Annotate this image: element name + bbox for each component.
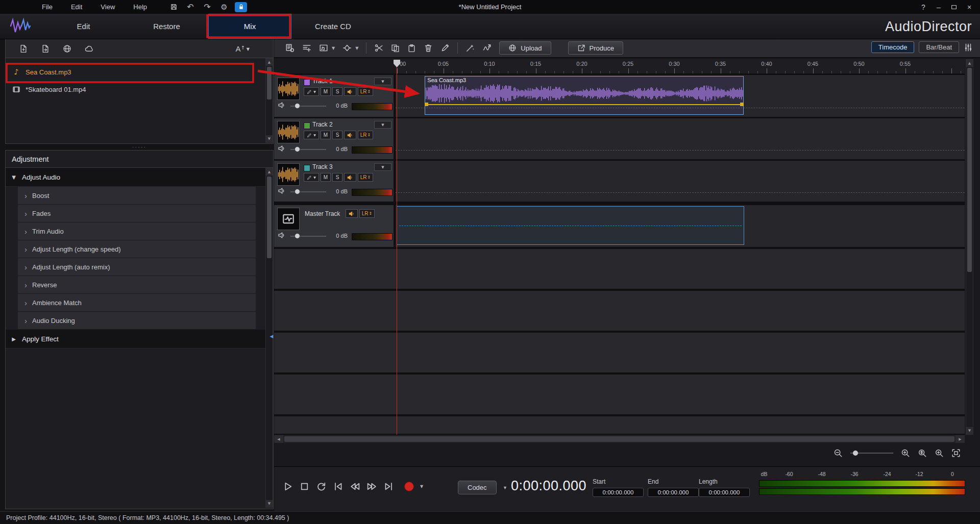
codec-dropdown-icon[interactable]: ▼ bbox=[503, 485, 507, 490]
adjust-item-adjust-length-auto-remix[interactable]: ›Adjust Length (auto remix) bbox=[18, 258, 256, 276]
track-lane[interactable] bbox=[396, 161, 965, 202]
stop-button[interactable] bbox=[299, 481, 310, 492]
adjustment-scrollbar-up-icon[interactable]: ▲ bbox=[266, 168, 273, 176]
vertical-zoom-out-icon[interactable] bbox=[935, 448, 944, 458]
library-scrollbar-down-icon[interactable]: ▼ bbox=[266, 135, 273, 142]
library-scrollbar-up-icon[interactable]: ▲ bbox=[266, 59, 273, 66]
volume-handle-right[interactable] bbox=[740, 103, 744, 106]
volume-handle-left[interactable] bbox=[425, 103, 428, 106]
mute-button[interactable]: M bbox=[321, 87, 331, 96]
track-options-dropdown[interactable]: ▼ bbox=[374, 121, 391, 129]
zoom-in-icon[interactable] bbox=[901, 448, 910, 458]
produce-button[interactable]: Produce bbox=[568, 41, 623, 55]
enhance-icon[interactable] bbox=[465, 43, 475, 53]
volume-slider[interactable] bbox=[290, 191, 326, 192]
adjustment-scrollbar-down-icon[interactable]: ▼ bbox=[266, 500, 273, 507]
volume-knob[interactable] bbox=[295, 146, 300, 152]
adjust-item-adjust-length-change-speed[interactable]: ›Adjust Length (change speed) bbox=[18, 240, 256, 258]
import-folder-icon[interactable] bbox=[41, 44, 50, 53]
add-track-icon[interactable] bbox=[302, 43, 311, 53]
panel-collapse-arrow-icon[interactable]: ◀ bbox=[269, 331, 274, 342]
track-options-dropdown[interactable]: ▼ bbox=[374, 163, 391, 171]
zoom-slider[interactable] bbox=[850, 453, 893, 454]
maximize-button[interactable] bbox=[946, 1, 962, 14]
fastforward-button[interactable] bbox=[366, 481, 377, 492]
volume-pen-button[interactable]: ▼ bbox=[304, 87, 319, 96]
hscroll-right-icon[interactable]: ▶ bbox=[955, 435, 965, 443]
mixer-panel-icon[interactable] bbox=[964, 43, 973, 52]
settings-gear-icon[interactable]: ⚙ bbox=[218, 2, 230, 12]
insert-audio-icon-dropdown[interactable]: ▼ bbox=[332, 46, 335, 51]
adjust-item-boost[interactable]: ›Boost bbox=[18, 187, 256, 205]
pan-lr-button[interactable]: LR↕ bbox=[358, 87, 373, 96]
master-track-lane[interactable] bbox=[396, 205, 965, 247]
menu-edit[interactable]: Edit bbox=[62, 0, 91, 14]
track-lane[interactable] bbox=[396, 118, 965, 159]
output-speaker-button[interactable] bbox=[344, 131, 356, 139]
file-item[interactable]: *Skateboard 01.mp4 bbox=[7, 82, 264, 97]
solo-button[interactable]: S bbox=[332, 87, 342, 96]
pan-lr-button[interactable]: LR↕ bbox=[358, 131, 373, 139]
track-options-dropdown[interactable]: ▼ bbox=[374, 78, 391, 85]
bar-beat-toggle[interactable]: Bar/Beat bbox=[919, 41, 959, 53]
adjust-item-trim-audio[interactable]: ›Trim Audio bbox=[18, 222, 256, 240]
tab-mix[interactable]: Mix bbox=[208, 14, 291, 39]
minimize-button[interactable]: – bbox=[931, 1, 946, 14]
master-pan-lr-button[interactable]: LR↕ bbox=[359, 209, 375, 218]
volume-knob[interactable] bbox=[295, 189, 300, 194]
lock-icon[interactable] bbox=[235, 2, 247, 12]
import-media-icon[interactable] bbox=[19, 44, 28, 53]
menu-view[interactable]: View bbox=[91, 0, 124, 14]
hscroll-track[interactable] bbox=[283, 435, 955, 443]
tab-create-cd[interactable]: Create CD bbox=[291, 14, 375, 39]
split-icon[interactable] bbox=[374, 43, 383, 53]
timeline-vscrollbar[interactable]: ▲▼ bbox=[966, 59, 973, 435]
mute-button[interactable]: M bbox=[321, 131, 331, 139]
codec-button[interactable]: Codec bbox=[458, 481, 497, 494]
time-field-value[interactable]: 0:00:00.000 bbox=[699, 488, 750, 497]
library-scrollbar-thumb[interactable] bbox=[267, 67, 272, 99]
delete-icon[interactable] bbox=[424, 43, 433, 53]
track-lane[interactable]: Sea Coast.mp3 bbox=[396, 75, 965, 117]
help-button[interactable]: ? bbox=[916, 1, 931, 14]
output-speaker-button[interactable] bbox=[344, 173, 356, 182]
vertical-zoom-in-icon[interactable] bbox=[918, 448, 927, 458]
volume-slider[interactable] bbox=[290, 149, 326, 150]
download-web-icon[interactable] bbox=[63, 44, 71, 53]
solo-button[interactable]: S bbox=[332, 131, 342, 139]
volume-slider[interactable] bbox=[290, 106, 326, 107]
keyframe-icon-dropdown[interactable]: ▼ bbox=[355, 46, 358, 51]
volume-slider[interactable] bbox=[290, 236, 326, 237]
play-button[interactable] bbox=[282, 481, 293, 492]
clip-properties-icon[interactable] bbox=[285, 43, 295, 53]
close-button[interactable]: × bbox=[962, 1, 977, 14]
upload-button[interactable]: Upload bbox=[499, 41, 551, 55]
record-dropdown-icon[interactable]: ▼ bbox=[420, 484, 423, 489]
text-sort-icon[interactable]: A↑▼ bbox=[235, 44, 250, 53]
undo-icon[interactable]: ↶ bbox=[184, 2, 197, 12]
adjust-item-audio-ducking[interactable]: ›Audio Ducking bbox=[18, 312, 256, 330]
volume-pen-button[interactable]: ▼ bbox=[304, 131, 319, 139]
zoom-out-icon[interactable] bbox=[834, 448, 843, 458]
pan-lr-button[interactable]: LR↕ bbox=[358, 173, 373, 182]
time-field-value[interactable]: 0:00:00.000 bbox=[648, 488, 699, 497]
insert-audio-icon[interactable] bbox=[319, 43, 328, 53]
zoom-knob[interactable] bbox=[853, 451, 858, 456]
paste-icon[interactable] bbox=[407, 44, 416, 53]
volume-knob[interactable] bbox=[295, 103, 300, 109]
skip-start-button[interactable] bbox=[333, 481, 344, 492]
record-button[interactable] bbox=[404, 482, 414, 491]
loop-button[interactable] bbox=[316, 481, 327, 492]
solo-button[interactable]: S bbox=[332, 173, 342, 182]
splitter-grip-icon[interactable]: ····· bbox=[5, 144, 274, 150]
save-icon[interactable] bbox=[167, 2, 180, 12]
copy-icon[interactable] bbox=[391, 44, 400, 53]
timeline-vscrollbar-up-icon[interactable]: ▲ bbox=[966, 60, 973, 67]
rewind-button[interactable] bbox=[350, 481, 360, 492]
timeline-vscrollbar-down-icon[interactable]: ▼ bbox=[966, 427, 973, 434]
normalize-icon[interactable] bbox=[482, 43, 492, 53]
menu-help[interactable]: Help bbox=[124, 0, 156, 14]
skip-end-button[interactable] bbox=[383, 481, 394, 492]
timeline-hscrollbar[interactable]: ◀▶ bbox=[274, 435, 965, 443]
adjust-item-reverse[interactable]: ›Reverse bbox=[18, 276, 256, 294]
